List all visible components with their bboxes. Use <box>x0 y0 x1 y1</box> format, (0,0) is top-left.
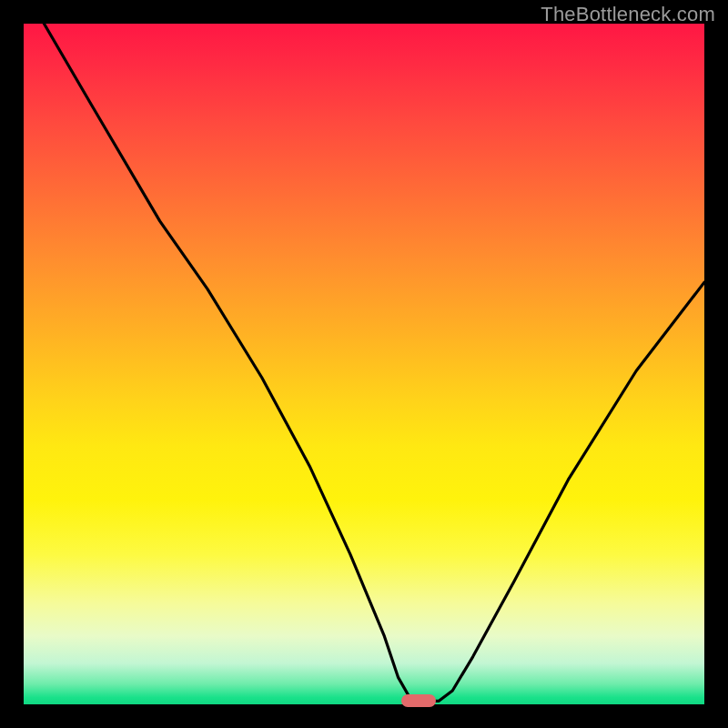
chart-container: TheBottleneck.com <box>0 0 728 728</box>
bottleneck-curve <box>24 24 704 704</box>
plot-area <box>24 24 704 704</box>
optimum-marker <box>401 694 435 707</box>
